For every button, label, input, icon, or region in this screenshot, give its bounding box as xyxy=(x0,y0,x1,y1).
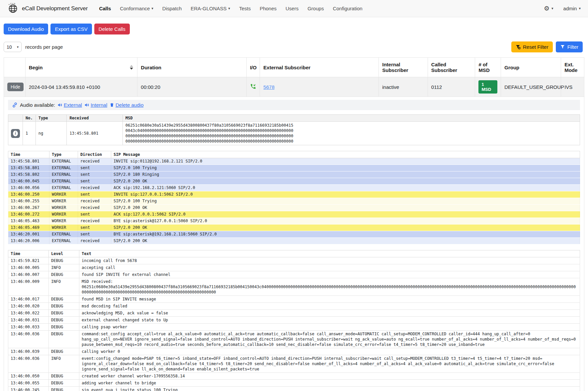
column-header-direction: Direction xyxy=(78,151,111,158)
log-level-cell: DEBUG xyxy=(49,317,79,324)
reset-filter-button[interactable]: Reset Filter xyxy=(511,41,553,52)
log-text-cell: calling worker 0 xyxy=(79,348,580,355)
log-level-cell: DEBUG xyxy=(49,331,79,348)
settings-menu[interactable]: ⚙ ▾ xyxy=(544,5,553,12)
msd-type-cell: ng xyxy=(36,122,67,145)
speaker-icon xyxy=(84,102,89,107)
sip-row: 13:46:00.056EXTERNALreceivedACK sip:192.… xyxy=(8,185,580,191)
sort-icon xyxy=(130,65,133,70)
external-subscriber-link[interactable]: 5678 xyxy=(263,84,274,90)
delete-calls-button[interactable]: Delete Calls xyxy=(94,24,130,34)
nav-item-groups[interactable]: Groups xyxy=(307,6,324,11)
log-level-cell: DEBUG xyxy=(49,324,79,331)
sip-row: 13:45:58.801EXTERNALsentSIP/2.0 100 Tryi… xyxy=(8,165,580,171)
log-row: 13:46:00.055DEBUGadding worker channel t… xyxy=(8,380,580,387)
sip-row: 13:45:58.801EXTERNALreceivedINVITE sip:0… xyxy=(8,158,580,165)
log-time-cell: 13:46:00.020 xyxy=(8,303,49,310)
column-header-type: Type xyxy=(49,151,78,158)
sip-row: 13:46:05.463WORKERreceivedBYE sip:asteri… xyxy=(8,218,580,225)
filter-button-label: Filter xyxy=(567,44,578,50)
sip-time-cell: 13:45:58.802 xyxy=(8,171,49,178)
sip-message-cell: SIP/2.0 200 OK xyxy=(111,238,580,244)
sip-direction-cell: sent xyxy=(78,211,111,218)
sip-message-cell: INVITE sip:127.0.0.1:5062 SIP/2.0 xyxy=(111,191,580,198)
nav-right: ⚙ ▾ admin ▾ xyxy=(544,5,581,12)
link-icon xyxy=(12,102,18,108)
log-level-cell: DEBUG xyxy=(49,348,79,355)
nav-item-tests[interactable]: Tests xyxy=(239,6,251,11)
nav-item-conformance[interactable]: Conformance▾ xyxy=(120,6,153,11)
column-header-level: Level xyxy=(49,250,79,257)
brand: eCON eCall Development Server xyxy=(7,3,88,14)
sip-time-cell: 13:46:00.056 xyxy=(8,185,49,191)
delete-audio-link[interactable]: Delete audio xyxy=(110,102,143,108)
sip-message-cell: SIP/2.0 200 OK xyxy=(111,225,580,231)
nav-item-dispatch[interactable]: Dispatch xyxy=(162,6,182,11)
column-header-begin[interactable]: Begin xyxy=(25,58,137,77)
sip-message-cell: SIP/2.0 200 OK xyxy=(111,205,580,211)
log-level-cell: INFO xyxy=(49,264,79,271)
nav-item-label: Configuration xyxy=(333,6,362,11)
gear-icon: ⚙ xyxy=(544,5,549,12)
sip-type-cell: WORKER xyxy=(49,218,78,225)
sip-message-cell: SIP/2.0 100 Trying xyxy=(111,198,580,205)
download-audio-button[interactable]: Download Audio xyxy=(4,24,48,34)
log-level-cell: INFO xyxy=(49,355,79,373)
hide-button[interactable]: Hide xyxy=(7,83,24,91)
log-level-cell: INFO xyxy=(49,278,79,296)
export-csv-button[interactable]: Export as CSV xyxy=(50,24,92,34)
column-header-group: Group xyxy=(501,58,561,77)
audio-internal-link[interactable]: Internal xyxy=(84,102,107,108)
log-time-cell: 13:46:00.050 xyxy=(8,373,49,380)
nav-item-label: Phones xyxy=(260,6,277,11)
log-time-cell: 13:46:00.031 xyxy=(8,317,49,324)
funnel-icon xyxy=(560,44,565,49)
svg-text:O: O xyxy=(12,3,13,4)
log-text-cell: created worker channel worker-1709556358… xyxy=(79,373,580,380)
io-cell xyxy=(246,77,260,97)
log-level-cell: DEBUG xyxy=(49,296,79,303)
nav-item-configuration[interactable]: Configuration xyxy=(333,6,362,11)
brand-title: eCall Development Server xyxy=(22,5,88,12)
msd-hex-line: 06251c0680e30a51439e2955d43800800437f80a… xyxy=(126,123,577,128)
nav-item-phones[interactable]: Phones xyxy=(260,6,277,11)
sip-type-cell: EXTERNAL xyxy=(49,165,78,171)
column-header-actions xyxy=(4,58,26,77)
sip-message-cell: INVITE sip:0112@192.168.2.121 SIP/2.0 xyxy=(111,158,580,165)
nav-item-label: Conformance xyxy=(120,6,150,11)
sip-direction-cell: sent xyxy=(78,231,111,238)
duration-cell: 00:00:20 xyxy=(137,77,247,97)
log-row: 13:46:00.022DEBUGacknowledging MSD, ack … xyxy=(8,310,580,317)
sip-table-body: 13:45:58.801EXTERNALreceivedINVITE sip:0… xyxy=(8,158,580,244)
sip-direction-cell: received xyxy=(78,185,111,191)
delete-audio-label: Delete audio xyxy=(116,102,143,108)
sip-message-cell: SIP/2.0 100 Trying xyxy=(111,165,580,171)
sip-time-cell: 13:46:05.469 xyxy=(8,225,49,231)
msd-info-button[interactable]: i xyxy=(11,129,20,138)
sip-message-cell: BYE sip:asterisk@192.168.2.118:5060 SIP/… xyxy=(111,231,580,238)
sip-time-cell: 13:45:58.801 xyxy=(8,165,49,171)
column-header-time: Time xyxy=(8,151,49,158)
audio-external-link[interactable]: External xyxy=(57,102,82,108)
column-header-no: No. xyxy=(23,115,36,122)
page-size-select[interactable]: 10 ▾ xyxy=(4,42,22,52)
log-row: 13:46:00.039DEBUGcalling worker 0 xyxy=(8,348,580,355)
nav-item-era-glonass[interactable]: ERA-GLONASS▾ xyxy=(191,6,230,11)
log-text-cell: sip event nua_i_invite status 100 Trying xyxy=(79,387,580,391)
nav-item-users[interactable]: Users xyxy=(286,6,298,11)
page-size-value: 10 xyxy=(7,44,12,50)
msd-received-cell: 13:45:58.801 xyxy=(67,122,123,145)
column-header-msd: MSD xyxy=(123,115,580,122)
user-menu[interactable]: admin ▾ xyxy=(563,6,581,11)
log-text-cell: acknowledging MSD, ack value = false xyxy=(79,310,580,317)
log-row: 13:46:00.031DEBUGexternal channel change… xyxy=(8,317,580,324)
speaker-icon xyxy=(57,102,62,107)
nav-item-calls[interactable]: Calls xyxy=(99,6,111,11)
msd-row: i 1 ng 13:45:58.801 06251c0680e30a51439e… xyxy=(8,122,580,145)
log-row: 13:46:00.017DEBUGfound MSD in SIP INVITE… xyxy=(8,296,580,303)
msd-table-header-row: No. Type Received MSD xyxy=(8,115,580,122)
audio-available-row: Audio available: External Internal Delet… xyxy=(8,100,580,110)
filter-button[interactable]: Filter xyxy=(556,41,583,52)
sip-type-cell: WORKER xyxy=(49,211,78,218)
sip-message-table: Time Type Direction SIP Message 13:45:58… xyxy=(8,151,580,244)
